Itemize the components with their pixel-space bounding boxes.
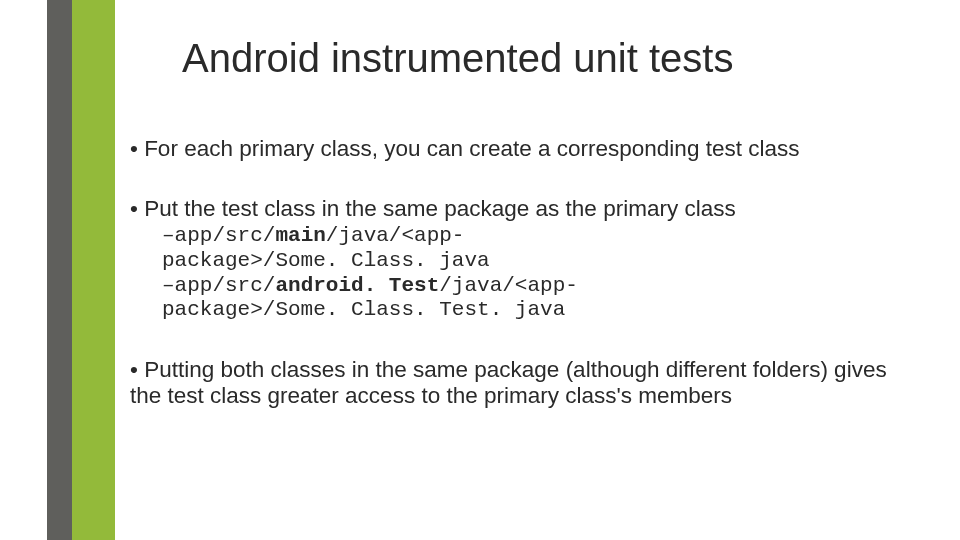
code-paths: –app/src/main/java/<app- package>/Some. … [130,224,890,323]
path-test-suffix: /java/<app- [439,274,578,297]
stripe-green [72,0,115,540]
path-main-prefix: –app/src/ [162,224,275,247]
path-main-line1: –app/src/main/java/<app- [162,224,890,249]
path-main-bold: main [275,224,325,247]
path-test-line2: package>/Some. Class. Test. java [162,298,890,323]
slide-title: Android instrumented unit tests [182,36,733,81]
path-main-line2: package>/Some. Class. java [162,249,890,274]
bullet-2: • Put the test class in the same package… [130,196,890,222]
bullet-1: • For each primary class, you can create… [130,136,890,162]
path-test-bold: android. Test [275,274,439,297]
bullet-3: • Putting both classes in the same packa… [130,357,890,409]
path-test-prefix: –app/src/ [162,274,275,297]
content-area: • For each primary class, you can create… [130,136,890,409]
path-main-suffix: /java/<app- [326,224,465,247]
path-test-line1: –app/src/android. Test/java/<app- [162,274,890,299]
